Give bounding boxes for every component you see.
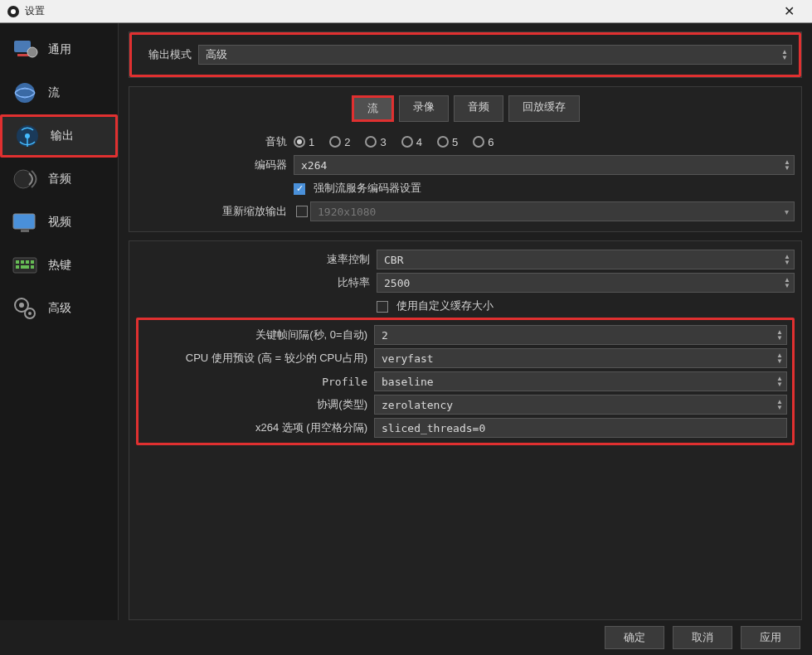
encoder-label: 编码器	[136, 158, 294, 172]
tune-label: 协调(类型)	[143, 397, 374, 412]
audio-track-5[interactable]: 5	[437, 136, 458, 148]
keyframe-spinbox[interactable]: 2 ▲▼	[374, 325, 787, 345]
svg-rect-15	[16, 260, 19, 264]
tab-replay-buffer[interactable]: 回放缓存	[508, 95, 580, 122]
bitrate-label: 比特率	[136, 275, 377, 290]
apply-button[interactable]: 应用	[741, 626, 800, 649]
sidebar-item-label: 通用	[48, 42, 71, 57]
advanced-icon	[10, 294, 40, 323]
svg-rect-17	[26, 260, 29, 264]
sidebar-item-video[interactable]: 视频	[0, 201, 118, 244]
svg-point-4	[27, 47, 37, 57]
svg-rect-20	[21, 265, 29, 269]
audio-icon	[10, 164, 40, 194]
svg-rect-21	[31, 265, 34, 269]
rate-control-label: 速率控制	[136, 252, 377, 267]
select-caret-icon: ▲▼	[776, 376, 783, 387]
general-icon	[10, 35, 40, 65]
tab-recording[interactable]: 录像	[399, 95, 449, 122]
main-panel: 输出模式 高级 ▲▼ 流 录像 音频 回放缓存 音轨	[119, 23, 812, 620]
close-button[interactable]: ✕	[772, 3, 805, 19]
svg-rect-11	[13, 214, 35, 229]
cancel-button[interactable]: 取消	[673, 626, 732, 649]
audio-track-3[interactable]: 3	[365, 136, 386, 148]
titlebar: 设置 ✕	[0, 0, 812, 23]
rescale-checkbox[interactable]	[296, 206, 308, 217]
hotkeys-icon	[10, 250, 40, 280]
sidebar-item-label: 热键	[48, 258, 71, 273]
svg-point-1	[11, 9, 16, 14]
output-mode-panel: 输出模式 高级 ▲▼	[129, 32, 802, 78]
sidebar-item-label: 高级	[48, 301, 71, 316]
x264opts-input[interactable]	[374, 418, 787, 438]
enforce-checkbox[interactable]: ✓	[294, 183, 305, 195]
enforce-row: ✓ 强制流服务编码器设置	[294, 181, 795, 196]
select-caret-icon: ▲▼	[784, 254, 790, 265]
audio-track-6[interactable]: 6	[473, 136, 494, 148]
svg-rect-16	[21, 260, 24, 264]
spinner-icon: ▲▼	[784, 277, 790, 289]
footer: 确定 取消 应用	[0, 620, 812, 655]
svg-rect-18	[31, 260, 34, 264]
sidebar-item-output[interactable]: 输出	[0, 114, 118, 158]
select-caret-icon: ▲▼	[776, 352, 783, 364]
sidebar-item-label: 输出	[51, 129, 74, 143]
rate-control-select[interactable]: CBR ▲▼	[377, 250, 795, 269]
custom-buffer-checkbox[interactable]	[377, 301, 388, 313]
svg-rect-13	[21, 230, 29, 232]
audio-track-radios: 1 2 3 4 5 6	[294, 136, 795, 148]
tabs: 流 录像 音频 回放缓存	[136, 87, 795, 130]
rescale-label: 重新缩放输出	[136, 204, 294, 219]
sidebar-item-stream[interactable]: 流	[0, 71, 118, 114]
sidebar-item-label: 音频	[48, 172, 71, 187]
keyframe-label: 关键帧间隔(秒, 0=自动)	[143, 328, 374, 342]
profile-select[interactable]: baseline ▲▼	[374, 371, 787, 391]
highlighted-settings-group: 关键帧间隔(秒, 0=自动) 2 ▲▼ CPU 使用预设 (高 = 较少的 CP…	[136, 318, 795, 445]
custom-buffer-label: 使用自定义缓存大小	[396, 299, 494, 312]
tune-select[interactable]: zerolatency ▲▼	[374, 395, 787, 415]
select-caret-icon: ▲▼	[776, 399, 783, 410]
cpu-preset-label: CPU 使用预设 (高 = 较少的 CPU占用)	[143, 351, 374, 366]
spinner-icon: ▲▼	[776, 329, 783, 341]
select-caret-icon: ▲▼	[784, 159, 790, 171]
cpu-preset-select[interactable]: veryfast ▲▼	[374, 348, 787, 368]
output-mode-select[interactable]: 高级 ▲▼	[198, 45, 792, 65]
window-title: 设置	[25, 4, 772, 18]
tab-stream[interactable]: 流	[352, 95, 394, 122]
stream-icon	[10, 78, 40, 108]
sidebar-item-advanced[interactable]: 高级	[0, 287, 118, 330]
enforce-label: 强制流服务编码器设置	[314, 182, 421, 194]
app-logo-icon	[7, 5, 20, 18]
svg-point-25	[28, 312, 32, 315]
svg-rect-19	[16, 265, 19, 269]
select-caret-icon: ▾	[785, 207, 789, 216]
sidebar-item-hotkeys[interactable]: 热键	[0, 244, 118, 287]
audio-track-2[interactable]: 2	[329, 136, 350, 148]
svg-point-23	[19, 303, 24, 308]
rescale-select[interactable]: 1920x1080 ▾	[310, 201, 795, 221]
profile-label: Profile	[143, 376, 374, 388]
encoder-settings-panel: 速率控制 CBR ▲▼ 比特率 2500 ▲▼	[129, 240, 802, 620]
output-mode-label: 输出模式	[132, 47, 198, 62]
audio-track-label: 音轨	[136, 134, 294, 149]
sidebar-item-label: 流	[48, 85, 60, 100]
sidebar: 通用 流 输出 音频 视频 热键 高级	[0, 23, 119, 620]
output-mode-value: 高级	[206, 47, 227, 62]
output-icon	[12, 121, 42, 151]
ok-button[interactable]: 确定	[605, 626, 664, 649]
tab-audio[interactable]: 音频	[454, 95, 503, 122]
sidebar-item-audio[interactable]: 音频	[0, 158, 118, 201]
sidebar-item-general[interactable]: 通用	[0, 28, 118, 71]
svg-point-5	[15, 83, 35, 103]
encoder-select[interactable]: x264 ▲▼	[294, 155, 795, 175]
bitrate-spinbox[interactable]: 2500 ▲▼	[377, 273, 795, 293]
audio-track-1[interactable]: 1	[294, 136, 314, 148]
encoder-panel: 流 录像 音频 回放缓存 音轨 1 2 3 4 5 6 编码器	[129, 86, 802, 232]
sidebar-item-label: 视频	[48, 215, 71, 230]
video-icon	[10, 207, 40, 237]
x264opts-label: x264 选项 (用空格分隔)	[143, 420, 374, 435]
select-caret-icon: ▲▼	[781, 49, 788, 61]
audio-track-4[interactable]: 4	[401, 136, 422, 148]
